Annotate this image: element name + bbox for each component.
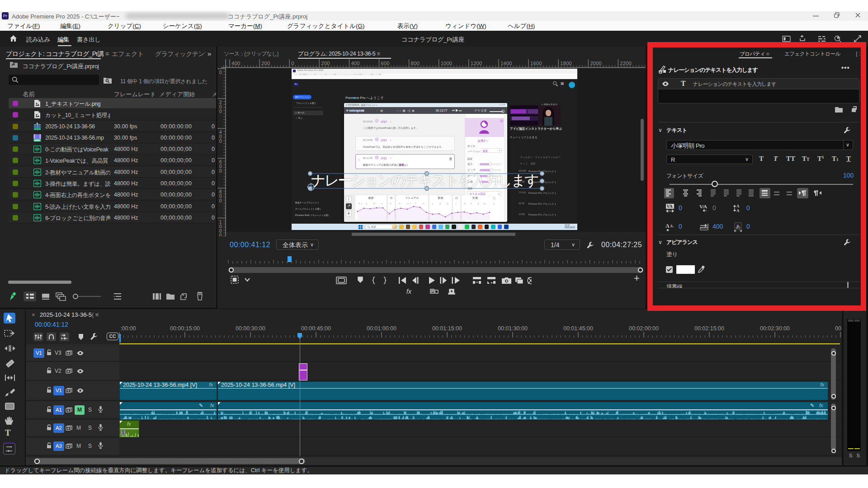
svg-text:00:00:45:00: 00:00:45:00 [301, 325, 331, 332]
svg-text:00:(: 00:( [835, 325, 842, 332]
svg-text:1200: 1200 [471, 61, 482, 66]
svg-text:1400: 1400 [500, 61, 512, 66]
svg-text:00:01:00:00: 00:01:00:00 [367, 325, 396, 332]
svg-text:0: 0 [219, 70, 222, 75]
svg-text:0: 0 [219, 233, 222, 237]
svg-text:00:00:30:00: 00:00:30:00 [236, 325, 265, 332]
svg-text:00:01:15:00: 00:01:15:00 [432, 325, 462, 332]
svg-text:00:02:00:00: 00:02:00:00 [629, 325, 659, 332]
svg-text:00:02:30:00: 00:02:30:00 [760, 325, 790, 332]
svg-text:0: 0 [291, 61, 294, 66]
svg-text:00:02:15:00: 00:02:15:00 [694, 325, 724, 332]
svg-text:00:01:30:00: 00:01:30:00 [498, 325, 528, 332]
svg-text::00:00: :00:00 [120, 325, 136, 332]
svg-text:00:01:45:00: 00:01:45:00 [563, 325, 593, 332]
svg-text:1000: 1000 [441, 61, 453, 66]
svg-text:0: 0 [219, 169, 222, 174]
svg-text:2000: 2000 [590, 61, 602, 66]
svg-text:0: 0 [219, 139, 222, 144]
svg-text:1800: 1800 [560, 61, 572, 66]
svg-text:2200: 2200 [620, 61, 632, 66]
svg-text:0: 0 [219, 109, 222, 114]
svg-text:00:00:15:00: 00:00:15:00 [170, 325, 200, 332]
svg-text:0: 0 [219, 198, 222, 203]
svg-text:1600: 1600 [530, 61, 542, 66]
